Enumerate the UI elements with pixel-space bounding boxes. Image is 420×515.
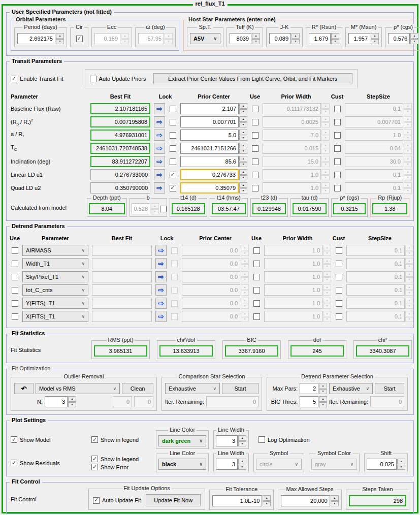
spinner-buttons[interactable]: ▲▼ [292,33,300,44]
spinner-buttons[interactable]: ▲▼ [319,383,327,394]
spinner-buttons[interactable]: ▲▼ [241,284,249,296]
spin-up-icon[interactable]: ▲ [321,156,330,162]
spinner-buttons[interactable]: ▲▼ [241,258,249,269]
spin-value[interactable]: 0.276733 [180,169,239,180]
spinner-buttons[interactable]: ▲▼ [404,143,412,154]
spinner-buttons[interactable]: ▲▼ [239,116,247,127]
spin-value[interactable]: 0.007701 [180,116,239,127]
n-spinner[interactable]: 3▲▼ [45,396,76,407]
custom-step-checkbox[interactable] [336,287,342,294]
spinner-buttons[interactable]: ▲▼ [404,169,412,180]
spin-up-icon[interactable]: ▲ [292,33,300,39]
model-show-in-legend-checkbox[interactable] [91,436,98,443]
model-line-color-dropdown[interactable]: dark green∨ [158,435,206,446]
period-spinner[interactable]: 2.692175▲▼ [17,33,64,44]
spin-value[interactable]: 20,000 [281,495,330,506]
spin-up-icon[interactable]: ▲ [121,33,129,39]
spin-down-icon[interactable]: ▼ [239,175,247,181]
impact-parameter-checkbox[interactable] [160,206,167,212]
spin-up-icon[interactable]: ▲ [151,203,159,209]
prior-center-spinner[interactable]: 2.107▲▼ [180,103,247,114]
spin-down-icon[interactable]: ▼ [321,149,330,154]
comparison-start-button[interactable]: Start [222,383,259,394]
spin-down-icon[interactable]: ▼ [241,251,249,256]
fit-tolerance-spinner[interactable]: 1.0E-10▲▼ [212,495,271,506]
spin-value[interactable]: 0.35079 [180,182,239,194]
spinner-buttons[interactable]: ▲▼ [323,258,331,269]
spin-down-icon[interactable]: ▼ [404,175,412,181]
spin-down-icon[interactable]: ▼ [323,317,331,323]
lock-checkbox[interactable] [170,119,176,125]
spin-down-icon[interactable]: ▼ [323,251,331,256]
spin-up-icon[interactable]: ▲ [56,33,64,39]
clean-button[interactable]: Clean [122,383,153,394]
spinner-buttons[interactable]: ▲▼ [239,130,247,141]
copy-bestfit-to-prior-button[interactable]: ⇨ [154,182,165,194]
spin-up-icon[interactable]: ▲ [239,143,247,148]
spin-down-icon[interactable]: ▼ [319,402,327,408]
mstar-spinner[interactable]: 1.957▲▼ [348,33,379,44]
spin-down-icon[interactable]: ▼ [404,109,412,115]
prior-center-spinner[interactable]: 85.6▲▼ [180,156,247,167]
custom-step-checkbox[interactable] [334,172,341,178]
spin-value[interactable]: 3 [45,396,68,407]
spinner-buttons[interactable]: ▲▼ [321,130,330,141]
detrend-parameter-dropdown[interactable]: Y(FITS)_T1∨ [22,298,88,309]
enable-transit-fit-checkbox[interactable] [11,76,17,82]
use-detrend-checkbox[interactable] [12,261,18,267]
max-allowed-steps-spinner[interactable]: 20,000▲▼ [281,495,338,506]
spin-down-icon[interactable]: ▼ [404,188,412,194]
spinner-buttons[interactable]: ▲▼ [252,33,260,44]
spin-up-icon[interactable]: ▲ [241,245,249,250]
spin-up-icon[interactable]: ▲ [241,258,249,264]
spinner-buttons[interactable]: ▲▼ [239,156,247,167]
spin-down-icon[interactable]: ▼ [331,39,339,45]
spinner-buttons[interactable]: ▲▼ [151,203,159,214]
spinner-buttons[interactable]: ▲▼ [323,311,331,322]
copy-bestfit-to-prior-button[interactable]: ⇨ [155,245,167,256]
spinner-buttons[interactable]: ▲▼ [321,169,330,180]
use-prior-checkbox[interactable] [253,247,260,254]
spin-down-icon[interactable]: ▼ [405,277,413,283]
circular-orbit-checkbox[interactable] [76,36,83,42]
custom-step-checkbox[interactable] [336,274,342,280]
lock-checkbox[interactable] [170,132,176,139]
spinner-buttons[interactable]: ▲▼ [239,143,247,154]
spin-up-icon[interactable]: ▲ [405,311,413,316]
spin-down-icon[interactable]: ▼ [404,136,412,141]
spin-value[interactable]: 1.0E-10 [212,495,262,506]
spinner-buttons[interactable]: ▲▼ [121,33,129,44]
spin-down-icon[interactable]: ▼ [323,291,331,296]
spinner-buttons[interactable]: ▲▼ [68,396,76,407]
spin-up-icon[interactable]: ▲ [239,156,247,162]
spin-down-icon[interactable]: ▼ [404,149,412,154]
spinner-buttons[interactable]: ▲▼ [410,33,418,44]
use-prior-checkbox[interactable] [252,185,259,191]
spin-value[interactable]: 5 [300,396,318,407]
spinner-buttons[interactable]: ▲▼ [405,298,413,309]
residuals-line-width-spinner[interactable]: 3▲▼ [216,459,246,470]
extract-priors-button[interactable]: Extract Prior Center Values From Light C… [153,73,352,84]
spinner-buttons[interactable]: ▲▼ [405,271,413,282]
copy-bestfit-to-prior-button[interactable]: ⇨ [155,284,167,296]
custom-step-checkbox[interactable] [334,158,341,165]
spin-down-icon[interactable]: ▼ [263,501,271,507]
spin-value[interactable]: 1.679 [309,33,331,44]
spin-up-icon[interactable]: ▲ [239,169,247,175]
spin-down-icon[interactable]: ▼ [121,39,129,45]
use-prior-checkbox[interactable] [252,145,259,152]
lock-checkbox[interactable] [170,185,176,191]
spinner-buttons[interactable]: ▲▼ [404,116,412,127]
spin-value[interactable]: 2.692175 [17,33,55,44]
spinner-buttons[interactable]: ▲▼ [239,169,247,180]
use-prior-checkbox[interactable] [252,119,259,125]
spin-down-icon[interactable]: ▼ [397,465,405,470]
spin-up-icon[interactable]: ▲ [323,245,331,250]
spin-down-icon[interactable]: ▼ [323,277,331,283]
bic-thres-spinner[interactable]: 5▲▼ [300,396,327,407]
auto-update-priors-checkbox[interactable] [90,76,96,82]
spinner-buttons[interactable]: ▲▼ [405,245,413,256]
spin-down-icon[interactable]: ▼ [405,291,413,296]
use-prior-checkbox[interactable] [253,261,260,267]
spinner-buttons[interactable]: ▲▼ [238,435,246,446]
